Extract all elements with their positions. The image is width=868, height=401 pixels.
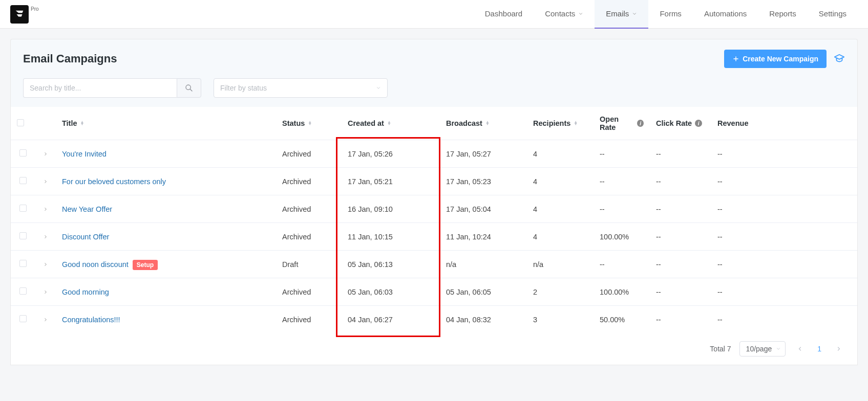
broadcast-cell: 11 Jan, 10:24: [440, 223, 527, 251]
created-cell: 16 Jan, 09:10: [337, 195, 440, 223]
select-all-checkbox[interactable]: [17, 119, 24, 126]
row-checkbox[interactable]: [19, 287, 27, 295]
expand-row-button[interactable]: [43, 288, 48, 296]
recipients-cell: 4: [527, 168, 594, 195]
brand: Pro: [10, 5, 39, 24]
prev-page-button[interactable]: [794, 346, 806, 352]
chevron-down-icon: [776, 346, 781, 351]
revenue-cell: --: [711, 168, 857, 195]
info-icon[interactable]: i: [695, 120, 702, 127]
status-cell: Draft: [276, 251, 337, 278]
nav-item-forms[interactable]: Forms: [648, 0, 693, 29]
campaign-title-link[interactable]: Discount Offer: [62, 233, 109, 241]
top-navbar: Pro DashboardContactsEmailsFormsAutomati…: [0, 0, 868, 29]
nav-item-reports[interactable]: Reports: [758, 0, 808, 29]
search-button[interactable]: [177, 78, 201, 98]
click-rate-cell: --: [650, 223, 711, 251]
row-checkbox[interactable]: [19, 177, 27, 184]
search-input[interactable]: [23, 78, 177, 98]
nav-item-contacts[interactable]: Contacts: [534, 0, 595, 29]
chevron-down-icon: [578, 11, 583, 16]
broadcast-cell: 17 Jan, 05:04: [440, 195, 527, 223]
page-size-select[interactable]: 10/page: [739, 341, 786, 357]
info-icon[interactable]: i: [637, 120, 644, 127]
search-icon: [185, 84, 193, 92]
expand-row-button[interactable]: [43, 205, 48, 213]
table-row: Good noon discountSetup Draft 05 Jan, 06…: [11, 251, 857, 278]
pro-label: Pro: [31, 6, 39, 12]
sort-icon: ▲▼: [485, 121, 490, 125]
nav-item-settings[interactable]: Settings: [808, 0, 858, 29]
status-cell: Archived: [276, 278, 337, 306]
expand-row-button[interactable]: [43, 316, 48, 324]
open-rate-cell: --: [594, 251, 650, 278]
column-broadcast[interactable]: Broadcast▲▼: [440, 107, 527, 140]
status-cell: Archived: [276, 195, 337, 223]
row-checkbox[interactable]: [19, 260, 27, 267]
sort-icon: ▲▼: [308, 121, 312, 125]
campaign-title-link[interactable]: You're Invited: [62, 150, 107, 158]
revenue-cell: --: [711, 140, 857, 168]
graduation-cap-icon[interactable]: [834, 53, 845, 64]
create-button-label: Create New Campaign: [743, 55, 818, 63]
status-filter-select[interactable]: Filter by status: [214, 78, 388, 98]
setup-badge[interactable]: Setup: [133, 260, 158, 270]
status-cell: Archived: [276, 223, 337, 251]
revenue-cell: --: [711, 306, 857, 333]
row-checkbox[interactable]: [19, 315, 27, 322]
broadcast-cell: 17 Jan, 05:27: [440, 140, 527, 168]
chevron-right-icon: [836, 346, 842, 352]
row-checkbox[interactable]: [19, 149, 27, 157]
filters-bar: Filter by status: [10, 78, 858, 107]
expand-row-button[interactable]: [43, 150, 48, 158]
chevron-right-icon: [43, 317, 48, 322]
campaign-title-link[interactable]: Congratulations!!!: [62, 316, 120, 324]
nav-item-automations[interactable]: Automations: [693, 0, 758, 29]
column-status[interactable]: Status▲▼: [276, 107, 337, 140]
created-cell: 17 Jan, 05:21: [337, 168, 440, 195]
chevron-left-icon: [797, 346, 803, 352]
create-new-campaign-button[interactable]: Create New Campaign: [724, 50, 827, 68]
main-nav: DashboardContactsEmailsFormsAutomationsR…: [474, 0, 858, 29]
created-cell: 05 Jan, 06:13: [337, 251, 440, 278]
nav-item-emails[interactable]: Emails: [595, 0, 648, 29]
campaign-title-link[interactable]: Good noon discount: [62, 260, 129, 269]
status-filter-placeholder: Filter by status: [220, 84, 267, 92]
click-rate-cell: --: [650, 140, 711, 168]
revenue-cell: --: [711, 278, 857, 306]
column-recipients[interactable]: Recipients▲▼: [527, 107, 594, 140]
column-revenue: Revenue: [711, 107, 857, 140]
recipients-cell: 2: [527, 278, 594, 306]
column-created[interactable]: Created at▲▼: [337, 107, 440, 140]
chevron-right-icon: [43, 179, 48, 184]
page-header: Email Campaigns Create New Campaign: [10, 39, 858, 78]
created-cell: 04 Jan, 06:27: [337, 306, 440, 333]
broadcast-cell: 17 Jan, 05:23: [440, 168, 527, 195]
column-title[interactable]: Title▲▼: [56, 107, 276, 140]
recipients-cell: 4: [527, 195, 594, 223]
table-row: For our beloved customers only Archived …: [11, 168, 857, 195]
column-open-rate: Open Ratei: [594, 107, 650, 140]
app-logo[interactable]: [10, 5, 29, 24]
page-number[interactable]: 1: [814, 345, 824, 353]
status-cell: Archived: [276, 306, 337, 333]
next-page-button[interactable]: [833, 346, 845, 352]
campaign-title-link[interactable]: For our beloved customers only: [62, 177, 166, 186]
row-checkbox[interactable]: [19, 232, 27, 239]
row-checkbox[interactable]: [19, 205, 27, 212]
expand-row-button[interactable]: [43, 177, 48, 186]
campaign-title-link[interactable]: New Year Offer: [62, 205, 112, 213]
table-row: New Year Offer Archived 16 Jan, 09:10 17…: [11, 195, 857, 223]
expand-row-button[interactable]: [43, 233, 48, 241]
open-rate-cell: 100.00%: [594, 223, 650, 251]
broadcast-cell: n/a: [440, 251, 527, 278]
campaign-title-link[interactable]: Good morning: [62, 288, 109, 296]
broadcast-cell: 04 Jan, 08:32: [440, 306, 527, 333]
sort-icon: ▲▼: [574, 121, 578, 125]
revenue-cell: --: [711, 223, 857, 251]
recipients-cell: 3: [527, 306, 594, 333]
table-row: Good morning Archived 05 Jan, 06:03 05 J…: [11, 278, 857, 306]
expand-row-button[interactable]: [43, 260, 48, 269]
nav-item-dashboard[interactable]: Dashboard: [474, 0, 534, 29]
sort-icon: ▲▼: [80, 121, 84, 125]
